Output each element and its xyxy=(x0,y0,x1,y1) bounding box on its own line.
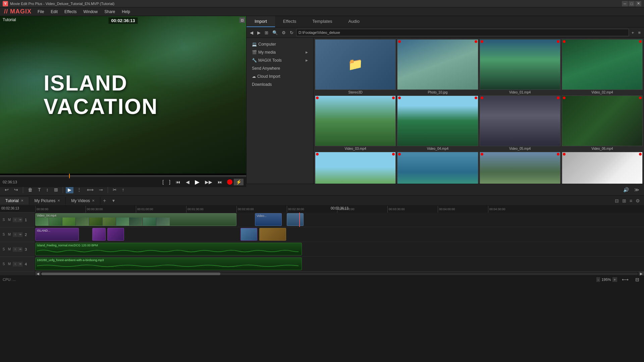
refresh-button[interactable]: ↻ xyxy=(288,29,295,36)
settings-button[interactable]: ⚙ xyxy=(280,29,287,36)
search-button[interactable]: 🔍 xyxy=(271,29,279,36)
paste-button[interactable]: ↑ xyxy=(120,186,126,193)
tab-effects[interactable]: Effects xyxy=(275,16,305,27)
video-clip-purple-3[interactable] xyxy=(240,228,257,241)
grid-view-button[interactable]: ⊞ xyxy=(263,29,270,36)
timeline-tab-videos[interactable]: My Videos ✕ xyxy=(66,197,100,204)
prev-frame-button[interactable]: ◀ xyxy=(184,179,192,185)
group-button[interactable]: ⊞ xyxy=(52,186,60,193)
zoom-out-button[interactable]: - xyxy=(596,277,600,282)
media-item-video06[interactable]: Video_06.mp4 xyxy=(562,96,643,150)
fit-timeline-button[interactable]: ⟷ xyxy=(620,276,631,283)
split-button[interactable]: ↕ xyxy=(44,186,51,193)
media-item-video10[interactable]: Video_10.mp4 xyxy=(562,152,643,184)
zoom-in-button[interactable]: + xyxy=(612,277,617,282)
nav-magix-tools[interactable]: 🔧 MAGIX Tools xyxy=(249,57,311,64)
tab-close-tutorial[interactable]: ✕ xyxy=(21,199,23,202)
trim-tool[interactable]: ⟺ xyxy=(85,186,96,193)
select-tool[interactable]: ▶ xyxy=(66,186,73,193)
tab-dropdown[interactable]: ▼ xyxy=(109,197,118,204)
scroll-right-button[interactable]: ▶ xyxy=(639,272,644,276)
tab-audio[interactable]: Audio xyxy=(340,16,368,27)
record-button[interactable] xyxy=(227,179,232,185)
effects-menu[interactable]: Effects xyxy=(61,9,80,15)
track-lock[interactable]: ↕ xyxy=(13,262,17,266)
mark-in-button[interactable]: [ xyxy=(160,179,166,185)
window-menu[interactable]: Window xyxy=(80,9,101,15)
forward-button[interactable]: ▶ xyxy=(256,29,262,36)
track-lock[interactable]: ↕ xyxy=(13,232,17,237)
more-tools[interactable]: ≫ xyxy=(632,186,641,193)
titlebar-controls[interactable]: ─ □ ✕ xyxy=(622,1,641,6)
timeline-tab-pictures[interactable]: My Pictures ✕ xyxy=(29,197,66,204)
track-solo[interactable]: ⇒ xyxy=(18,232,22,237)
mark-out-button[interactable]: ] xyxy=(167,179,172,185)
add-button[interactable]: + xyxy=(630,29,636,36)
share-menu[interactable]: Share xyxy=(101,9,118,15)
add-tab-button[interactable]: + xyxy=(100,196,109,205)
video-clip-purple-2[interactable] xyxy=(107,228,124,241)
undo-button[interactable]: ↩ xyxy=(3,186,11,193)
storyboard-view[interactable]: ⊟ xyxy=(613,197,620,204)
track-lock[interactable]: ↕ xyxy=(13,218,17,222)
prev-mark-button[interactable]: ⏮ xyxy=(174,179,182,185)
play-button[interactable]: ▶ xyxy=(193,178,202,186)
zoom-slider-button[interactable]: ⊟ xyxy=(633,276,641,283)
scroll-left-button[interactable]: ◀ xyxy=(35,272,41,276)
media-item-video07[interactable]: Video_07.mp4 xyxy=(315,152,396,184)
text-clip-island[interactable]: ISLAND... xyxy=(35,228,79,241)
media-item-video09[interactable]: Video_09.mp4 xyxy=(480,152,560,184)
text-button[interactable]: T xyxy=(36,186,43,193)
split-tool[interactable]: ⋮ xyxy=(75,186,84,193)
cut-button[interactable]: ✂ xyxy=(111,186,119,193)
multitrack-view[interactable]: ⊞ xyxy=(621,197,628,204)
next-frame-button[interactable]: ▶▶ xyxy=(203,179,214,185)
track-solo[interactable]: ⇒ xyxy=(18,247,22,252)
file-menu[interactable]: File xyxy=(34,9,47,15)
media-item-video05[interactable]: Video_05.mp4 xyxy=(480,96,560,150)
nav-computer[interactable]: 💻 Computer xyxy=(249,41,311,48)
redo-button[interactable]: ↪ xyxy=(12,186,20,193)
maximize-icon[interactable]: ⊡ xyxy=(239,17,245,23)
timeline-ruler[interactable]: 00:00:00 00:00:30:00 00:01:00:00 00:01:3… xyxy=(35,206,644,213)
track-solo[interactable]: ⇒ xyxy=(18,262,22,266)
media-item-video02[interactable]: Video_02.mp4 xyxy=(562,39,643,94)
video-clip-3[interactable] xyxy=(287,213,304,226)
tab-templates[interactable]: Templates xyxy=(304,16,340,27)
volume-icon[interactable]: 🔊 xyxy=(621,186,631,193)
video-clip-purple-1[interactable] xyxy=(92,228,106,241)
trim-tool2[interactable]: ⊸ xyxy=(97,186,105,193)
tab-close-videos[interactable]: ✕ xyxy=(92,199,95,202)
media-item-video03[interactable]: Video_03.mp4 xyxy=(315,96,396,150)
smart-render-button[interactable]: ⚡ xyxy=(234,179,244,185)
timeline-settings[interactable]: ⚙ xyxy=(634,197,641,204)
audio-clip-1[interactable]: Island_Feeling_normal.mxcDCG 120.00 BPM xyxy=(35,243,302,255)
edit-menu[interactable]: Edit xyxy=(47,9,61,15)
minimize-button[interactable]: ─ xyxy=(622,1,628,6)
timeline-tab-tutorial[interactable]: Tutorial ✕ xyxy=(0,197,29,204)
timeline-scrollbar[interactable]: ◀ ▶ xyxy=(35,272,644,276)
more-button[interactable]: ≡ xyxy=(637,29,642,36)
nav-downloads[interactable]: Downloads xyxy=(249,81,311,88)
scroll-thumb[interactable] xyxy=(41,273,220,275)
path-input[interactable] xyxy=(296,29,629,36)
media-item-video04[interactable]: Video_04.mp4 xyxy=(397,96,478,150)
media-item-video01[interactable]: Video_01.mp4 xyxy=(480,39,560,94)
media-item-video08[interactable]: Video_08.mp4 xyxy=(397,152,478,184)
delete-button[interactable]: 🗑 xyxy=(26,186,35,193)
video-clip-golden[interactable] xyxy=(259,228,286,241)
nav-my-media[interactable]: 🎬 My media xyxy=(249,49,311,56)
help-menu[interactable]: Help xyxy=(118,9,133,15)
close-button[interactable]: ✕ xyxy=(635,1,641,6)
audio-clip-2[interactable]: 160280_unfg_forest-ambient-with-a-birdso… xyxy=(35,257,302,270)
media-item-photo10[interactable]: Photo_10.jpg xyxy=(397,39,478,94)
video-clip-2[interactable]: Video... xyxy=(255,213,282,226)
preview-seekbar[interactable] xyxy=(0,175,246,177)
maximize-button[interactable]: □ xyxy=(629,1,635,6)
next-mark-button[interactable]: ⏭ xyxy=(216,179,224,185)
video-clip-1[interactable]: Video_04.mp4 xyxy=(35,213,236,226)
track-lock[interactable]: ↕ xyxy=(13,247,17,252)
nav-cloud-import[interactable]: ☁ Cloud Import xyxy=(249,73,311,80)
back-button[interactable]: ◀ xyxy=(249,29,255,36)
tab-close-pictures[interactable]: ✕ xyxy=(57,199,60,202)
